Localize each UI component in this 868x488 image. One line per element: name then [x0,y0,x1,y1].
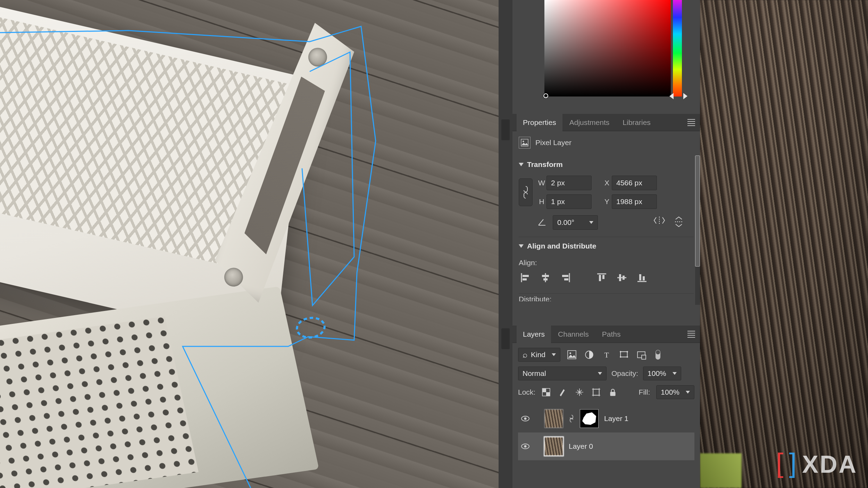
angle-icon [537,217,547,228]
tab-adjustments[interactable]: Adjustments [563,114,616,131]
hue-slider[interactable] [673,0,682,96]
svg-rect-6 [523,275,529,277]
lock-artboard-button[interactable] [592,388,601,397]
canvas-right-image[interactable] [700,0,868,488]
layer-mask-thumbnail[interactable] [580,409,599,428]
layer-thumbnail[interactable] [544,437,563,456]
panel-gutter-grip[interactable] [501,328,510,349]
panel-gutter [499,0,512,488]
align-label: Align: [519,259,694,267]
tab-channels[interactable]: Channels [552,326,595,343]
visibility-toggle[interactable] [521,414,530,423]
opacity-label: Opacity: [611,369,638,378]
tab-properties[interactable]: Properties [517,114,562,131]
panel-gutter-grip[interactable] [501,119,510,140]
hue-slider-pointer [669,93,674,99]
fill-input[interactable]: 100% [656,385,694,399]
canvas-left-image[interactable] [0,0,499,488]
tab-paths[interactable]: Paths [596,326,627,343]
align-vcenter-button[interactable] [617,272,627,283]
kind-label: Kind [531,351,545,359]
caret-down-icon [589,221,593,224]
blend-mode-dropdown[interactable]: Normal [518,367,607,380]
caret-down-icon [598,372,602,375]
filter-toggle[interactable] [656,350,660,360]
align-right-button[interactable] [560,272,571,283]
layer-name[interactable]: Layer 1 [604,414,628,423]
lock-row: Lock: Fill: 100% [518,385,694,399]
w-label: W [537,179,546,187]
align-icons-row [519,272,694,283]
svg-point-46 [524,445,527,448]
flip-horizontal-button[interactable] [653,216,665,229]
filter-text-icon[interactable]: T [602,350,611,359]
layer-name[interactable]: Layer 0 [569,442,593,451]
transform-section-header[interactable]: Transform [519,155,694,173]
align-hcenter-button[interactable] [540,272,551,283]
layer-list: Layer 1 Layer 0 [518,405,694,460]
flip-vertical-button[interactable] [674,216,683,229]
align-section-header[interactable]: Align and Distribute [519,237,694,254]
svg-text:T: T [604,351,609,359]
align-left-button[interactable] [520,272,531,283]
layer-row[interactable]: Layer 0 [518,432,694,460]
lock-transparency-button[interactable] [542,388,551,397]
filter-shape-icon[interactable] [619,350,628,359]
svg-point-0 [295,316,326,339]
width-input[interactable]: 2 px [546,176,592,190]
properties-tab-row: Properties Adjustments Libraries [512,114,700,131]
layer-thumbnail[interactable] [544,409,563,428]
layer-filter-row: ⌕ Kind T [518,348,694,362]
angle-value: 0.00° [557,218,574,227]
svg-rect-36 [546,392,550,396]
hue-slider-pointer [683,93,687,99]
angle-input[interactable]: 0.00° [553,215,598,230]
height-input[interactable]: 1 px [546,194,592,209]
layer-filter-kind-dropdown[interactable]: ⌕ Kind [518,348,560,362]
color-picker-panel [512,0,700,114]
color-field-cursor [543,93,548,98]
align-top-button[interactable] [596,272,607,283]
mask-link-icon[interactable] [569,415,574,422]
tab-layers[interactable]: Layers [517,326,551,343]
filter-smartobject-icon[interactable] [637,350,646,359]
svg-rect-10 [543,278,548,280]
layers-tab-row: Layers Channels Paths [512,326,700,343]
svg-rect-22 [643,276,645,280]
properties-panel-body: Pixel Layer Transform W 2 px X 4566 px [512,131,700,305]
svg-point-28 [620,351,621,352]
lock-all-button[interactable] [608,388,617,397]
lock-pixels-button[interactable] [558,388,567,397]
panel-menu-icon[interactable] [687,119,695,126]
layer-type-label: Pixel Layer [535,138,571,147]
svg-rect-16 [602,275,604,279]
svg-rect-33 [642,355,646,359]
svg-rect-13 [564,278,568,280]
svg-rect-9 [542,275,549,277]
visibility-toggle[interactable] [521,442,530,451]
xda-watermark: [ ] XDA [776,451,858,478]
svg-rect-42 [610,392,616,396]
svg-rect-21 [639,274,641,280]
watermark-text: XDA [802,451,858,478]
layer-row[interactable]: Layer 1 [518,405,694,432]
svg-rect-27 [620,352,627,357]
chevron-down-icon [519,244,524,248]
filter-adjustment-icon[interactable] [585,350,594,359]
opacity-input[interactable]: 100% [643,367,681,380]
properties-scrollbar[interactable] [695,155,700,305]
tab-libraries[interactable]: Libraries [616,114,657,131]
distribute-row: Distribute: [519,293,694,305]
panel-menu-icon[interactable] [687,331,695,338]
lock-position-button[interactable] [575,388,584,397]
distribute-label: Distribute: [519,295,552,301]
color-field[interactable] [544,0,671,96]
y-input[interactable]: 1988 px [612,194,657,209]
filter-pixel-icon[interactable] [567,350,576,359]
x-input[interactable]: 4566 px [612,176,657,190]
link-wh-button[interactable] [519,178,533,206]
x-label: X [602,179,612,187]
scrollbar-thumb[interactable] [695,155,700,267]
align-bottom-button[interactable] [637,272,647,283]
marching-ants-selection [294,314,328,342]
